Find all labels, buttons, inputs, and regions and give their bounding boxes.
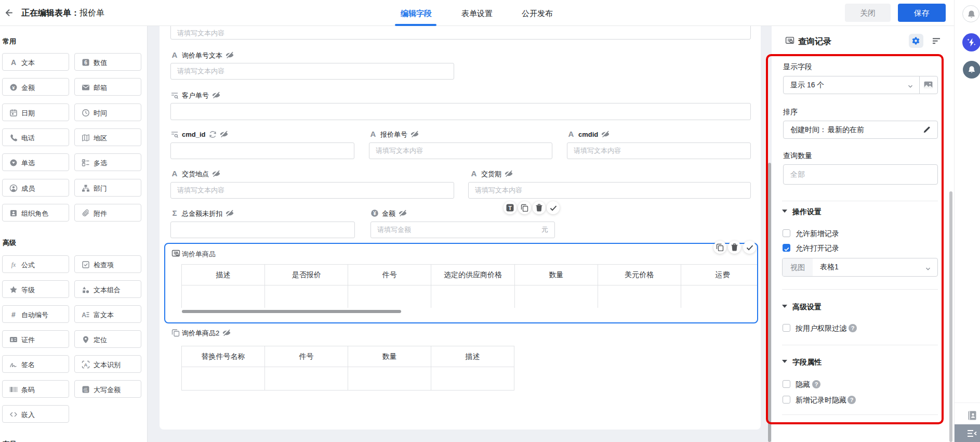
svg-text:fx: fx	[11, 261, 16, 268]
svg-text:A: A	[11, 58, 16, 67]
svg-text:A: A	[84, 362, 88, 368]
svg-text:A: A	[82, 311, 86, 319]
svg-text:¥: ¥	[12, 85, 15, 90]
svg-text:6: 6	[84, 60, 87, 66]
svg-text:#: #	[11, 310, 16, 319]
svg-text:伍: 伍	[84, 387, 88, 393]
